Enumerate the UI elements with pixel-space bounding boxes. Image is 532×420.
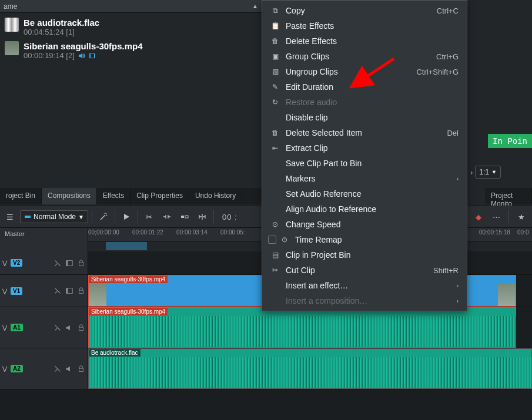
svg-rect-10 <box>66 288 68 294</box>
mode-icon <box>24 213 31 220</box>
menu-copy[interactable]: ⧉CopyCtrl+C <box>262 3 467 18</box>
mute-icon[interactable] <box>65 324 73 332</box>
expand-icon[interactable]: ⋁ <box>2 365 7 372</box>
extract-icon: ⇤ <box>270 143 280 153</box>
group-icon: ▣ <box>270 52 280 61</box>
svg-rect-8 <box>79 263 83 266</box>
checkbox-icon[interactable] <box>268 236 276 244</box>
svg-rect-7 <box>66 260 68 266</box>
scissors-icon[interactable]: ✂ <box>142 209 157 224</box>
chevron-right-icon[interactable]: › <box>470 168 473 177</box>
tab-clip-properties[interactable]: Clip Properties <box>131 188 189 204</box>
overwrite-icon[interactable] <box>177 209 192 224</box>
expand-icon[interactable]: ⋁ <box>2 260 7 266</box>
menu-insert-effect[interactable]: Insert an effect…› <box>262 278 467 293</box>
menu-markers[interactable]: Markers› <box>262 171 467 186</box>
wand-icon[interactable] <box>96 209 111 224</box>
monitor-panel <box>467 0 532 188</box>
track-tag: V2 <box>11 259 22 267</box>
svg-rect-5 <box>185 216 188 218</box>
track-tag: V1 <box>11 287 22 295</box>
tab-compositions[interactable]: Compositions <box>42 188 97 204</box>
blank-icon <box>270 174 280 183</box>
marker-icon[interactable]: ◆ <box>471 209 486 224</box>
separator <box>508 210 509 223</box>
hide-icon[interactable] <box>65 287 73 295</box>
chevron-down-icon: ▼ <box>78 214 84 220</box>
menu-extract-clip[interactable]: ⇤Extract Clip <box>262 140 467 156</box>
speaker-icon <box>78 52 85 59</box>
mute-icon[interactable] <box>65 365 73 373</box>
monitor-tools: › 1:1 ▼ <box>470 166 532 179</box>
fx-icon[interactable] <box>53 259 62 267</box>
menu-disable-clip[interactable]: Disable clip <box>262 110 467 125</box>
track-head-a2[interactable]: ⋁ A2 <box>0 348 88 389</box>
menu-delete-effects[interactable]: 🗑Delete Effects <box>262 33 467 49</box>
menu-paste-effects[interactable]: 📋Paste Effects <box>262 18 467 33</box>
favorite-icon[interactable]: ★ <box>514 209 528 224</box>
edit-mode-select[interactable]: Normal Mode ▼ <box>20 210 88 223</box>
fx-icon[interactable] <box>53 324 62 332</box>
track-body-a2[interactable]: Be audiotrack.flac <box>88 348 532 389</box>
zoom-select[interactable]: 1:1 ▼ <box>475 166 501 179</box>
lock-icon[interactable] <box>77 324 85 332</box>
bin-icon: ▤ <box>270 250 280 260</box>
track-tag: A2 <box>11 365 23 372</box>
track-body-a1[interactable]: Siberian seagulls-30fps.mp4 <box>88 307 532 348</box>
menu-delete-selected[interactable]: 🗑Delete Selected ItemDel <box>262 125 467 140</box>
tab-undo-history[interactable]: Undo History <box>189 188 242 204</box>
track-header-column: Master <box>0 228 88 251</box>
audio-clip[interactable]: Be audiotrack.flac <box>88 348 532 389</box>
expand-icon[interactable]: ⋁ <box>2 288 7 294</box>
play-icon[interactable] <box>119 209 134 224</box>
separator <box>138 210 138 223</box>
menu-align-audio[interactable]: Align Audio to Reference <box>262 201 467 217</box>
spacer-icon[interactable] <box>159 209 175 224</box>
edit-icon: ✎ <box>270 82 280 92</box>
ruler-tick: 00:00:05: <box>220 229 245 236</box>
tab-effects[interactable]: Effects <box>97 188 131 204</box>
marker2-icon[interactable]: ⋯ <box>489 209 504 224</box>
insert-icon[interactable] <box>195 209 210 224</box>
tab-project-monitor[interactable]: Project Monito <box>485 188 532 204</box>
tab-project-bin[interactable]: roject Bin <box>0 188 42 204</box>
restore-icon: ↻ <box>270 98 280 107</box>
track-head-v1[interactable]: ⋁ V1 <box>0 275 88 307</box>
collapse-icon[interactable]: ▲ <box>252 3 258 9</box>
track-head-a1[interactable]: ⋁ A1 <box>0 307 88 348</box>
svg-rect-3 <box>25 216 31 218</box>
bin-item-video[interactable]: Siberian seagulls-30fps.mp4 00:00:19:14 … <box>0 39 262 62</box>
menu-insert-composition: Insert a composition…› <box>262 293 467 308</box>
hide-icon[interactable] <box>65 259 73 267</box>
bin-header-label: ame <box>4 2 17 11</box>
menu-time-remap[interactable]: ⊙Time Remap <box>262 232 467 247</box>
svg-rect-13 <box>79 368 83 371</box>
svg-rect-12 <box>79 327 83 330</box>
chevron-right-icon: › <box>457 298 459 304</box>
zone-selection[interactable] <box>106 242 147 250</box>
menu-set-audio-ref[interactable]: Set Audio Reference <box>262 186 467 201</box>
menu-clip-in-bin[interactable]: ▤Clip in Project Bin <box>262 247 467 263</box>
blank-icon <box>270 281 280 290</box>
panel-tabs: roject Bin Compositions Effects Clip Pro… <box>0 188 262 204</box>
menu-save-clip-part[interactable]: Save Clip Part to Bin <box>262 156 467 171</box>
film-icon <box>89 52 96 59</box>
bin-item-audio[interactable]: Be audiotrack.flac 00:04:51:24 [1] <box>0 15 262 39</box>
track-a2: ⋁ A2 Be audiotrack.flac <box>0 348 532 389</box>
lock-icon[interactable] <box>77 287 85 295</box>
menu-cut-clip[interactable]: ✂Cut ClipShift+R <box>262 263 467 278</box>
clip-label: Siberian seagulls-30fps.mp4 <box>89 308 168 315</box>
menu-change-speed[interactable]: ⊙Change Speed <box>262 217 467 232</box>
speed-icon: ⊙ <box>270 220 280 229</box>
fx-icon[interactable] <box>53 287 62 295</box>
fx-icon[interactable] <box>53 365 62 373</box>
audio-clip[interactable]: Siberian seagulls-30fps.mp4 <box>88 307 516 348</box>
timecode-display[interactable]: 00 : <box>222 213 237 221</box>
copy-icon: ⧉ <box>270 6 280 15</box>
lock-icon[interactable] <box>77 365 85 373</box>
expand-icon[interactable]: ⋁ <box>2 324 7 331</box>
track-head-v2[interactable]: ⋁ V2 <box>0 251 88 274</box>
menu-icon[interactable]: ☰ <box>2 209 18 224</box>
right-toolbar: ◆ ⋯ ★ <box>467 206 532 228</box>
lock-icon[interactable] <box>77 259 85 267</box>
